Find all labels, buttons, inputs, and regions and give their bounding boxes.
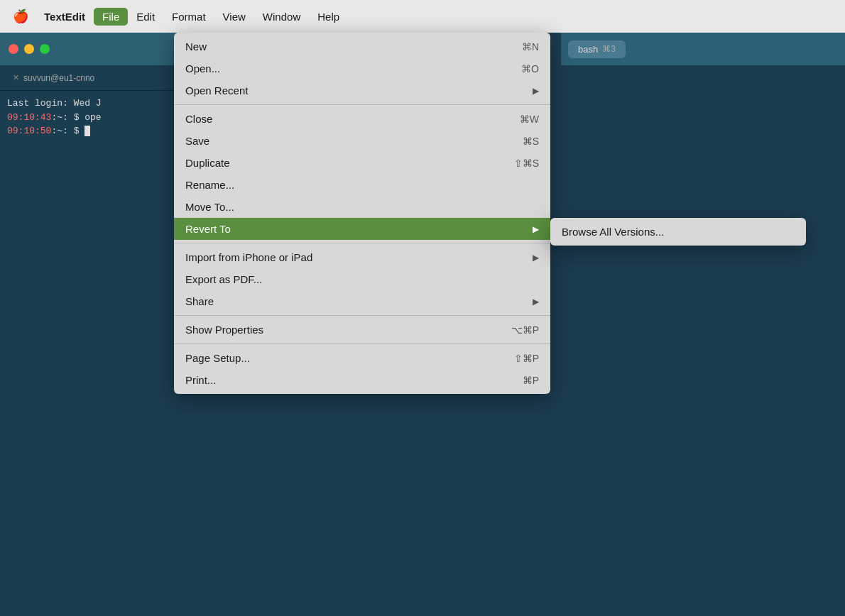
export-pdf-label: Export as PDF...: [185, 273, 539, 285]
format-menu-item[interactable]: Format: [163, 8, 214, 26]
open-menu-item[interactable]: Open... ⌘O: [174, 57, 550, 79]
terminal-tab[interactable]: ✕ suvvun@eu1-cnno: [6, 70, 102, 86]
right-tab-bar: bash ⌘3: [561, 33, 845, 65]
right-terminal-area: bash ⌘3: [561, 33, 845, 616]
new-label: New: [185, 40, 494, 53]
share-menu-item[interactable]: Share ▶: [174, 290, 550, 312]
share-label: Share: [185, 295, 533, 307]
terminal-titlebar: [0, 33, 185, 65]
import-iphone-arrow-icon: ▶: [533, 253, 539, 263]
open-recent-arrow-icon: ▶: [533, 86, 539, 96]
show-properties-label: Show Properties: [185, 324, 483, 336]
import-iphone-menu-item[interactable]: Import from iPhone or iPad ▶: [174, 246, 550, 268]
close-button[interactable]: [9, 44, 18, 54]
browse-all-versions-label: Browse All Versions...: [562, 226, 664, 238]
page-setup-menu-item[interactable]: Page Setup... ⇧⌘P: [174, 347, 550, 369]
close-label: Close: [185, 113, 491, 125]
close-shortcut: ⌘W: [520, 114, 539, 125]
page-setup-shortcut: ⇧⌘P: [514, 353, 539, 364]
import-iphone-label: Import from iPhone or iPad: [185, 251, 533, 263]
help-menu-item[interactable]: Help: [309, 8, 348, 26]
show-properties-shortcut: ⌥⌘P: [511, 324, 539, 336]
window-menu-item[interactable]: Window: [254, 8, 309, 26]
apple-menu-item[interactable]: 🍎: [6, 6, 36, 27]
revert-to-arrow-icon: ▶: [533, 224, 539, 234]
right-tab-label: bash: [578, 44, 598, 55]
view-menu-item[interactable]: View: [214, 8, 254, 26]
page-setup-label: Page Setup...: [185, 352, 486, 364]
new-shortcut: ⌘N: [522, 41, 539, 53]
terminal-prompt-2: :~: $: [51, 126, 84, 136]
show-properties-menu-item[interactable]: Show Properties ⌥⌘P: [174, 319, 550, 341]
dropdown-menu-container: New ⌘N Open... ⌘O Open Recent ▶ Close ⌘W…: [174, 33, 550, 394]
export-pdf-menu-item[interactable]: Export as PDF...: [174, 268, 550, 290]
menu-section-3: Import from iPhone or iPad ▶ Export as P…: [174, 243, 550, 316]
revert-to-submenu: Browse All Versions...: [550, 218, 806, 246]
minimize-button[interactable]: [24, 44, 34, 54]
rename-label: Rename...: [185, 179, 539, 191]
terminal-time-1: 09:10:43: [7, 112, 51, 123]
print-label: Print...: [185, 374, 494, 386]
open-label: Open...: [185, 62, 493, 75]
terminal-cursor: [84, 126, 90, 136]
menu-section-4: Show Properties ⌥⌘P: [174, 316, 550, 344]
edit-menu-item[interactable]: Edit: [128, 8, 163, 26]
file-menu-item[interactable]: File: [94, 8, 128, 26]
terminal-prompt-1: :~: $ ope: [51, 112, 101, 123]
terminal-content: Last login: Wed J 09:10:43:~: $ ope 09:1…: [0, 91, 185, 144]
close-tab-icon[interactable]: ✕: [13, 73, 19, 82]
duplicate-shortcut: ⇧⌘S: [514, 158, 539, 169]
close-menu-item[interactable]: Close ⌘W: [174, 108, 550, 130]
new-menu-item[interactable]: New ⌘N: [174, 35, 550, 57]
revert-to-label: Revert To: [185, 223, 533, 235]
move-to-label: Move To...: [185, 201, 539, 213]
maximize-button[interactable]: [40, 44, 50, 54]
terminal-line-2: 09:10:50:~: $: [7, 124, 178, 138]
menu-section-1: New ⌘N Open... ⌘O Open Recent ▶: [174, 33, 550, 105]
right-tab-shortcut: ⌘3: [602, 44, 616, 54]
save-label: Save: [185, 135, 494, 147]
print-shortcut: ⌘P: [523, 375, 539, 386]
terminal-line-1: 09:10:43:~: $ ope: [7, 111, 178, 125]
duplicate-menu-item[interactable]: Duplicate ⇧⌘S: [174, 152, 550, 174]
save-shortcut: ⌘S: [523, 136, 539, 147]
browse-all-versions-item[interactable]: Browse All Versions...: [550, 221, 806, 243]
menu-section-2: Close ⌘W Save ⌘S Duplicate ⇧⌘S Rename...…: [174, 105, 550, 243]
right-tab[interactable]: bash ⌘3: [568, 40, 626, 58]
menu-section-5: Page Setup... ⇧⌘P Print... ⌘P: [174, 344, 550, 394]
move-to-menu-item[interactable]: Move To...: [174, 196, 550, 218]
terminal-tab-bar: ✕ suvvun@eu1-cnno: [0, 65, 185, 91]
app-name-menu-item[interactable]: TextEdit: [36, 8, 94, 26]
terminal-time-2: 09:10:50: [7, 126, 51, 136]
open-recent-label: Open Recent: [185, 84, 533, 97]
duplicate-label: Duplicate: [185, 157, 486, 169]
file-dropdown-menu: New ⌘N Open... ⌘O Open Recent ▶ Close ⌘W…: [174, 33, 550, 394]
rename-menu-item[interactable]: Rename...: [174, 174, 550, 196]
print-menu-item[interactable]: Print... ⌘P: [174, 369, 550, 391]
terminal-window: ✕ suvvun@eu1-cnno Last login: Wed J 09:1…: [0, 33, 185, 616]
share-arrow-icon: ▶: [533, 297, 539, 307]
terminal-tab-label: suvvun@eu1-cnno: [23, 73, 94, 83]
terminal-line-login: Last login: Wed J: [7, 97, 178, 111]
save-menu-item[interactable]: Save ⌘S: [174, 130, 550, 152]
open-shortcut: ⌘O: [521, 63, 539, 75]
revert-to-menu-item[interactable]: Revert To ▶ Browse All Versions...: [174, 218, 550, 240]
menubar: 🍎 TextEdit File Edit Format View Window …: [0, 0, 845, 33]
open-recent-menu-item[interactable]: Open Recent ▶: [174, 79, 550, 101]
